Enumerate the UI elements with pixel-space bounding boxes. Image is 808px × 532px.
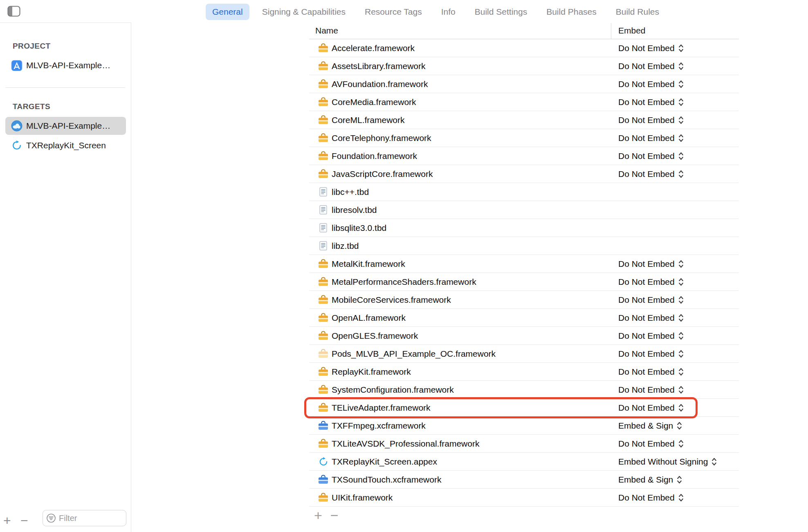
- stepper-icon: [678, 97, 684, 107]
- embed-dropdown[interactable]: Do Not Embed: [618, 133, 684, 143]
- embed-dropdown[interactable]: Do Not Embed: [618, 349, 684, 359]
- sidebar-target-txreplaykit-screen[interactable]: TXReplayKit_Screen: [5, 136, 126, 154]
- stepper-icon: [678, 349, 684, 359]
- framework-row-libc-tbd[interactable]: libc++.tbd: [309, 183, 739, 201]
- framework-row-txsoundtouch-xcframework[interactable]: TXSoundTouch.xcframeworkEmbed & Sign: [309, 471, 739, 489]
- embed-dropdown[interactable]: Do Not Embed: [618, 79, 684, 89]
- framework-name: Foundation.framework: [332, 151, 417, 161]
- tab-info[interactable]: Info: [435, 4, 462, 20]
- embed-dropdown[interactable]: Do Not Embed: [618, 259, 684, 269]
- add-framework-button[interactable]: +: [314, 508, 322, 522]
- embed-value: Do Not Embed: [618, 439, 675, 449]
- embed-dropdown[interactable]: Do Not Embed: [618, 43, 684, 54]
- stepper-icon: [678, 115, 684, 125]
- framework-row-coremedia-framework[interactable]: CoreMedia.frameworkDo Not Embed: [309, 93, 739, 111]
- embed-dropdown[interactable]: Do Not Embed: [618, 151, 684, 161]
- framework-row-txreplaykit-screen-appex[interactable]: TXReplayKit_Screen.appexEmbed Without Si…: [309, 453, 739, 471]
- framework-row-systemconfiguration-framework[interactable]: SystemConfiguration.frameworkDo Not Embe…: [309, 381, 739, 399]
- sidebar-target-mlvb-api-example[interactable]: MLVB-API-Example…: [5, 117, 126, 135]
- framework-row-coreml-framework[interactable]: CoreML.frameworkDo Not Embed: [309, 111, 739, 129]
- column-divider: [611, 23, 611, 39]
- embed-dropdown[interactable]: Do Not Embed: [618, 331, 684, 341]
- framework-row-avfoundation-framework[interactable]: AVFoundation.frameworkDo Not Embed: [309, 75, 739, 93]
- remove-framework-button[interactable]: −: [330, 508, 339, 522]
- embed-value: Do Not Embed: [618, 403, 675, 413]
- embed-value: Do Not Embed: [618, 115, 675, 125]
- embed-dropdown[interactable]: Do Not Embed: [618, 277, 684, 287]
- framework-icon: [318, 115, 328, 125]
- filter-icon: [46, 513, 56, 523]
- filter-input[interactable]: [59, 514, 120, 523]
- embed-dropdown[interactable]: Embed Without Signing: [618, 456, 717, 467]
- framework-name: UIKit.framework: [332, 493, 393, 503]
- embed-value: Do Not Embed: [618, 43, 675, 53]
- embed-dropdown[interactable]: Do Not Embed: [618, 313, 684, 323]
- framework-row-pods-mlvb-api-example-oc-framework[interactable]: Pods_MLVB_API_Example_OC.frameworkDo Not…: [309, 345, 739, 363]
- framework-row-foundation-framework[interactable]: Foundation.frameworkDo Not Embed: [309, 147, 739, 165]
- framework-row-metalperformanceshaders-framework[interactable]: MetalPerformanceShaders.frameworkDo Not …: [309, 273, 739, 291]
- stepper-icon: [676, 474, 682, 485]
- tab-build-settings[interactable]: Build Settings: [468, 4, 534, 20]
- framework-row-txliteavsdk-professional-framework[interactable]: TXLiteAVSDK_Professional.frameworkDo Not…: [309, 435, 739, 453]
- framework-row-openal-framework[interactable]: OpenAL.frameworkDo Not Embed: [309, 309, 739, 327]
- framework-row-mobilecoreservices-framework[interactable]: MobileCoreServices.frameworkDo Not Embed: [309, 291, 739, 309]
- framework-row-coretelephony-framework[interactable]: CoreTelephony.frameworkDo Not Embed: [309, 129, 739, 147]
- sidebar-project-item[interactable]: MLVB-API-Example…: [5, 56, 126, 74]
- embed-dropdown[interactable]: Do Not Embed: [618, 295, 684, 305]
- embed-value: Do Not Embed: [618, 313, 675, 323]
- embed-dropdown[interactable]: Do Not Embed: [618, 438, 684, 449]
- framework-name: TXReplayKit_Screen.appex: [332, 457, 437, 467]
- targets-section-header: TARGETS: [13, 102, 50, 111]
- framework-row-opengles-framework[interactable]: OpenGLES.frameworkDo Not Embed: [309, 327, 739, 345]
- target-label: TXReplayKit_Screen: [26, 141, 106, 150]
- embed-dropdown[interactable]: Do Not Embed: [618, 384, 684, 395]
- framework-name: MetalPerformanceShaders.framework: [332, 277, 476, 287]
- embed-dropdown[interactable]: Do Not Embed: [618, 367, 684, 377]
- framework-row-replaykit-framework[interactable]: ReplayKit.frameworkDo Not Embed: [309, 363, 739, 381]
- tab-signing-capabilities[interactable]: Signing & Capabilities: [256, 4, 352, 20]
- framework-row-assetslibrary-framework[interactable]: AssetsLibrary.frameworkDo Not Embed: [309, 57, 739, 75]
- frameworks-rows: Accelerate.frameworkDo Not Embed AssetsL…: [309, 39, 739, 507]
- tab-resource-tags[interactable]: Resource Tags: [358, 4, 429, 20]
- framework-row-javascriptcore-framework[interactable]: JavaScriptCore.frameworkDo Not Embed: [309, 165, 739, 183]
- embed-value: Do Not Embed: [618, 295, 675, 305]
- targets-list: MLVB-API-Example… TXReplayKit_Screen: [0, 117, 131, 156]
- project-label: MLVB-API-Example…: [26, 60, 110, 70]
- framework-row-txffmpeg-xcframework[interactable]: TXFFmpeg.xcframeworkEmbed & Sign: [309, 417, 739, 435]
- framework-name: ReplayKit.framework: [332, 367, 411, 377]
- stepper-icon: [678, 79, 684, 89]
- embed-dropdown[interactable]: Do Not Embed: [618, 97, 684, 107]
- framework-name: SystemConfiguration.framework: [332, 385, 454, 395]
- framework-icon: [318, 151, 328, 161]
- embed-dropdown[interactable]: Do Not Embed: [618, 402, 684, 413]
- framework-row-libsqlite3-0-tbd[interactable]: libsqlite3.0.tbd: [309, 219, 739, 237]
- embed-dropdown[interactable]: Embed & Sign: [618, 474, 682, 485]
- embed-value: Do Not Embed: [618, 277, 675, 287]
- tab-build-phases[interactable]: Build Phases: [540, 4, 603, 20]
- tab-general[interactable]: General: [206, 4, 249, 20]
- embed-value: Do Not Embed: [618, 79, 675, 89]
- embed-dropdown[interactable]: Embed & Sign: [618, 420, 682, 431]
- remove-target-button[interactable]: −: [20, 514, 28, 527]
- framework-row-teliveadapter-framework[interactable]: TELiveAdapter.frameworkDo Not Embed: [309, 399, 739, 417]
- app-target-icon: [11, 120, 22, 132]
- embed-dropdown[interactable]: Do Not Embed: [618, 115, 684, 125]
- embed-dropdown[interactable]: Do Not Embed: [618, 492, 684, 503]
- stepper-icon: [678, 277, 684, 287]
- framework-name: OpenGLES.framework: [332, 331, 418, 341]
- target-label: MLVB-API-Example…: [26, 121, 110, 131]
- embed-dropdown[interactable]: Do Not Embed: [618, 61, 684, 72]
- framework-row-accelerate-framework[interactable]: Accelerate.frameworkDo Not Embed: [309, 39, 739, 57]
- framework-row-uikit-framework[interactable]: UIKit.frameworkDo Not Embed: [309, 489, 739, 507]
- toolbar: GeneralSigning & CapabilitiesResource Ta…: [0, 0, 808, 22]
- filter-field[interactable]: [43, 510, 126, 526]
- framework-icon: [318, 313, 328, 323]
- sidebar-toggle-icon[interactable]: [7, 6, 20, 17]
- framework-row-libresolv-tbd[interactable]: libresolv.tbd: [309, 201, 739, 219]
- framework-row-libz-tbd[interactable]: libz.tbd: [309, 237, 739, 255]
- framework-row-metalkit-framework[interactable]: MetalKit.frameworkDo Not Embed: [309, 255, 739, 273]
- add-target-button[interactable]: +: [3, 514, 11, 527]
- embed-dropdown[interactable]: Do Not Embed: [618, 169, 684, 179]
- tab-build-rules[interactable]: Build Rules: [609, 4, 666, 20]
- sidebar-divider: [5, 87, 125, 88]
